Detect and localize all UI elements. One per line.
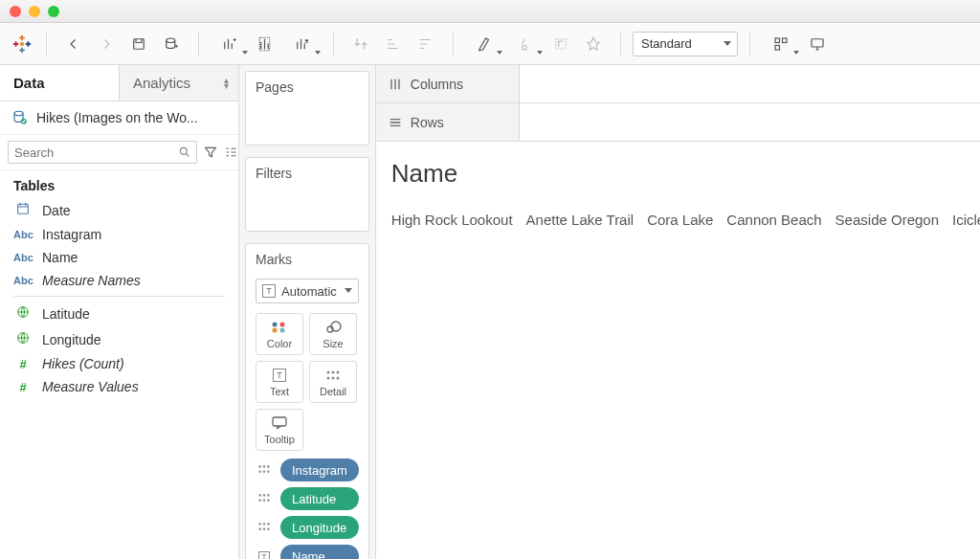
field-name[interactable]: AbcName xyxy=(8,246,231,269)
pill-row: Instagram xyxy=(256,458,359,481)
window-titlebar xyxy=(0,0,980,23)
field-longitude[interactable]: Longitude xyxy=(8,326,231,352)
new-worksheet-button[interactable] xyxy=(211,30,249,58)
group-button[interactable] xyxy=(505,30,544,58)
svg-rect-14 xyxy=(783,38,788,43)
columns-icon xyxy=(388,77,403,92)
filter-fields-button[interactable] xyxy=(203,143,218,162)
field-type-icon xyxy=(13,330,33,348)
text-icon: T xyxy=(273,367,286,384)
field-label: Name xyxy=(42,250,78,265)
tab-data[interactable]: Data xyxy=(0,65,119,101)
tab-data-label: Data xyxy=(13,75,45,91)
mark-text[interactable]: Seaside Oregon xyxy=(835,212,939,228)
zoom-window-button[interactable] xyxy=(48,6,59,17)
mark-type-selector[interactable]: T Automatic xyxy=(256,279,359,303)
pill-row: TName xyxy=(256,545,359,559)
text-icon[interactable]: T xyxy=(256,549,273,559)
svg-point-23 xyxy=(273,323,278,327)
field-measure-names[interactable]: AbcMeasure Names xyxy=(8,269,231,292)
field-type-icon: # xyxy=(13,380,33,394)
labels-button[interactable] xyxy=(546,30,576,58)
size-icon xyxy=(324,319,342,336)
marks-card: Marks T Automatic Color Size T xyxy=(245,243,369,559)
text-card[interactable]: T Text xyxy=(256,361,303,403)
sort-desc-button[interactable] xyxy=(411,30,441,58)
field-measure-values[interactable]: #Measure Values xyxy=(8,375,231,398)
svg-rect-13 xyxy=(775,38,780,43)
viz-title[interactable]: Name xyxy=(391,159,980,189)
duplicate-sheet-button[interactable] xyxy=(251,30,281,58)
svg-rect-15 xyxy=(775,45,780,50)
chevron-down-icon xyxy=(345,288,352,293)
field-hikes-count-[interactable]: #Hikes (Count) xyxy=(8,352,231,375)
marks-pills: InstagramLatitudeLongitudeTName xyxy=(246,451,368,559)
new-datasource-button[interactable] xyxy=(156,30,187,58)
field-instagram[interactable]: AbcInstagram xyxy=(8,223,231,246)
tab-analytics-label: Analytics xyxy=(133,75,190,91)
svg-point-53 xyxy=(267,527,270,530)
swap-button[interactable] xyxy=(345,30,376,58)
presentation-mode-button[interactable] xyxy=(802,30,833,58)
svg-point-32 xyxy=(327,377,330,380)
pill-longitude[interactable]: Longitude xyxy=(280,516,359,539)
field-latitude[interactable]: Latitude xyxy=(8,301,231,326)
tableau-logo xyxy=(8,34,40,55)
svg-point-40 xyxy=(263,470,266,473)
field-label: Measure Values xyxy=(42,379,139,394)
svg-point-29 xyxy=(327,371,330,374)
pages-shelf[interactable]: Pages xyxy=(245,71,369,145)
color-icon xyxy=(271,319,288,336)
tab-analytics[interactable]: Analytics ▴▾ xyxy=(119,65,238,101)
field-date[interactable]: Date xyxy=(8,197,231,223)
viz-canvas[interactable]: Name High Rock LookoutAnette Lake TrailC… xyxy=(376,142,980,559)
field-type-icon: Abc xyxy=(13,274,33,287)
detail-card-label: Detail xyxy=(320,386,346,397)
detail-icon[interactable] xyxy=(256,521,273,534)
color-card[interactable]: Color xyxy=(256,313,303,355)
columns-shelf[interactable] xyxy=(520,65,980,102)
detail-icon[interactable] xyxy=(256,463,273,477)
clear-sheet-button[interactable] xyxy=(283,30,322,58)
pill-name[interactable]: Name xyxy=(280,545,359,559)
show-me-button[interactable] xyxy=(762,30,800,58)
field-type-icon xyxy=(13,304,33,323)
tooltip-icon xyxy=(272,414,287,432)
svg-point-47 xyxy=(267,499,270,502)
mark-text[interactable]: Anette Lake Trail xyxy=(526,212,635,228)
detail-card[interactable]: Detail xyxy=(309,361,357,403)
pill-instagram[interactable]: Instagram xyxy=(280,458,359,481)
datasource-row[interactable]: Hikes (Images on the Wo... xyxy=(0,101,238,134)
save-button[interactable] xyxy=(123,30,154,58)
size-card[interactable]: Size xyxy=(309,313,357,355)
field-label: Instagram xyxy=(42,227,101,242)
svg-rect-16 xyxy=(812,38,823,46)
fit-selector[interactable]: Standard xyxy=(633,32,738,56)
field-label: Measure Names xyxy=(42,273,141,288)
svg-point-42 xyxy=(258,494,261,497)
redo-button[interactable] xyxy=(91,30,122,58)
sort-asc-button[interactable] xyxy=(378,30,409,58)
pin-button[interactable] xyxy=(578,30,609,58)
filters-shelf[interactable]: Filters xyxy=(245,157,369,232)
close-window-button[interactable] xyxy=(10,6,21,17)
search-input[interactable] xyxy=(8,141,197,164)
detail-icon[interactable] xyxy=(256,492,273,505)
text-mark-icon: T xyxy=(262,284,276,298)
svg-point-25 xyxy=(273,328,278,333)
mark-text[interactable]: Cora Lake xyxy=(647,212,713,228)
svg-rect-1 xyxy=(19,36,25,38)
main-toolbar: Standard xyxy=(0,23,980,65)
mark-text[interactable]: Icicle Ridge Trail xyxy=(952,212,980,228)
rows-shelf[interactable] xyxy=(520,103,980,141)
tooltip-card[interactable]: Tooltip xyxy=(256,409,303,451)
svg-point-10 xyxy=(167,38,175,43)
mark-text[interactable]: Cannon Beach xyxy=(726,212,821,228)
minimize-window-button[interactable] xyxy=(29,6,40,17)
pill-latitude[interactable]: Latitude xyxy=(280,487,359,510)
highlight-button[interactable] xyxy=(465,30,503,58)
color-card-label: Color xyxy=(267,338,292,349)
svg-point-48 xyxy=(258,523,261,525)
mark-text[interactable]: High Rock Lookout xyxy=(391,212,513,228)
undo-button[interactable] xyxy=(58,30,89,58)
